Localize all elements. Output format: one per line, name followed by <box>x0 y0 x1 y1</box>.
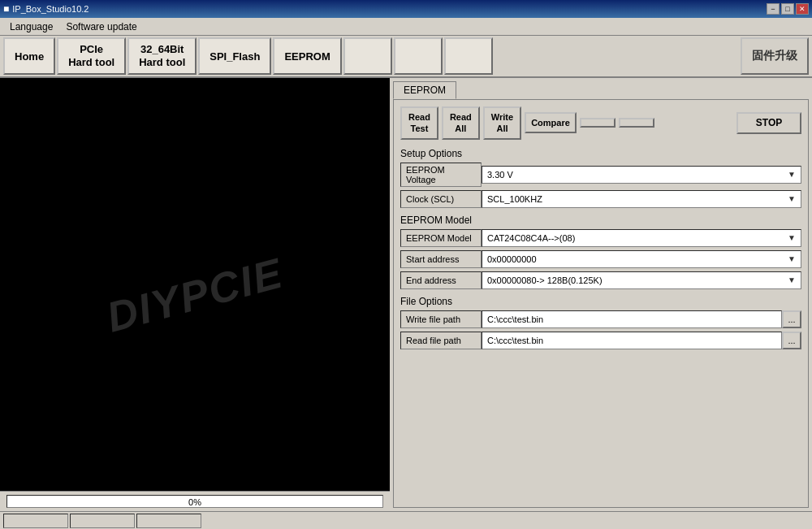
toolbar-32-64bit[interactable]: 32_64Bit Hard tool <box>127 37 197 75</box>
menu-software-update[interactable]: Software update <box>59 20 143 34</box>
progress-bar-container: 0% <box>6 495 383 508</box>
status-segment-1 <box>3 514 68 528</box>
toolbar-empty1 <box>343 37 392 75</box>
write-browse-button[interactable]: ... <box>782 310 801 328</box>
status-segment-2 <box>70 514 135 528</box>
read-file-path-row: Read file path ... <box>400 332 801 349</box>
eeprom-model-label: EEPROM Model <box>400 215 801 226</box>
end-address-value[interactable]: 0x00000080-> 128B(0.125K) ▼ <box>482 271 801 289</box>
stop-button[interactable]: STOP <box>736 112 801 135</box>
toolbar-spi-flash[interactable]: SPI_Flash <box>198 37 271 75</box>
empty-btn2 <box>619 118 654 128</box>
end-address-arrow: ▼ <box>788 275 796 284</box>
watermark: DIYPCIE <box>102 248 288 341</box>
tab-eeprom[interactable]: EEPROM <box>393 81 456 99</box>
eeprom-voltage-value[interactable]: 3.30 V ▼ <box>482 166 801 184</box>
read-browse-button[interactable]: ... <box>782 332 801 349</box>
left-panel: DIYPCIE 0% <box>0 78 390 511</box>
end-address-row: End address 0x00000080-> 128B(0.125K) ▼ <box>400 271 801 289</box>
window-controls: − □ ✕ <box>767 3 809 15</box>
read-file-path-label: Read file path <box>400 332 482 349</box>
action-buttons: Read Test Read All Write All Compare STO… <box>400 106 801 140</box>
menu-bar: Language Software update <box>0 18 812 36</box>
clock-scl-arrow: ▼ <box>788 194 796 203</box>
status-bar <box>0 511 812 529</box>
menu-language[interactable]: Language <box>3 20 59 34</box>
start-address-arrow: ▼ <box>788 254 796 263</box>
eeprom-model-arrow: ▼ <box>788 233 796 242</box>
read-file-path-input[interactable] <box>482 332 782 349</box>
toolbar-eeprom[interactable]: EEPROM <box>273 37 341 75</box>
close-button[interactable]: ✕ <box>796 3 809 15</box>
eeprom-voltage-label: EEPROM Voltage <box>400 163 482 187</box>
app-icon: ■ <box>3 3 9 15</box>
toolbar-empty3 <box>444 37 493 75</box>
start-address-label: Start address <box>400 250 482 268</box>
empty-btn1 <box>580 118 615 128</box>
toolbar-pcie[interactable]: PCIe Hard tool <box>57 37 126 75</box>
start-address-row: Start address 0x00000000 ▼ <box>400 250 801 268</box>
read-test-button[interactable]: Read Test <box>400 106 438 140</box>
write-file-path-input[interactable] <box>482 310 782 328</box>
eeprom-model-row: EEPROM Model CAT24C08C4A-->(08) ▼ <box>400 229 801 247</box>
status-segment-3 <box>136 514 201 528</box>
read-all-button[interactable]: Read All <box>442 106 480 140</box>
progress-label: 0% <box>7 496 382 509</box>
write-file-path-label: Write file path <box>400 310 482 328</box>
end-address-label: End address <box>400 271 482 289</box>
write-file-path-row: Write file path ... <box>400 310 801 328</box>
clock-scl-label: Clock (SCL) <box>400 190 482 208</box>
progress-area: 0% <box>0 491 390 511</box>
file-options-label: File Options <box>400 296 801 307</box>
toolbar-home[interactable]: Home <box>3 37 55 75</box>
title-bar: ■ IP_Box_Studio10.2 − □ ✕ <box>0 0 812 18</box>
right-panel: EEPROM Read Test Read All Write All Comp… <box>390 78 812 511</box>
toolbar-firmware[interactable]: 固件升级 <box>741 37 809 75</box>
app-title: IP_Box_Studio10.2 <box>12 4 89 14</box>
toolbar-empty2 <box>394 37 443 75</box>
compare-button[interactable]: Compare <box>525 112 577 133</box>
minimize-button[interactable]: − <box>767 3 780 15</box>
start-address-value[interactable]: 0x00000000 ▼ <box>482 250 801 268</box>
maximize-button[interactable]: □ <box>781 3 794 15</box>
title-left: ■ IP_Box_Studio10.2 <box>3 3 89 15</box>
eeprom-model-value[interactable]: CAT24C08C4A-->(08) ▼ <box>482 229 801 247</box>
clock-scl-value[interactable]: SCL_100KHZ ▼ <box>482 190 801 208</box>
tab-bar: EEPROM <box>393 81 809 99</box>
write-all-button[interactable]: Write All <box>483 106 521 140</box>
eeprom-voltage-arrow: ▼ <box>788 170 796 179</box>
eeprom-content: Read Test Read All Write All Compare STO… <box>393 99 809 508</box>
clock-scl-row: Clock (SCL) SCL_100KHZ ▼ <box>400 190 801 208</box>
toolbar: Home PCIe Hard tool 32_64Bit Hard tool S… <box>0 36 812 78</box>
main-content: DIYPCIE 0% EEPROM Read Test Read All Wri… <box>0 78 812 511</box>
eeprom-voltage-row: EEPROM Voltage 3.30 V ▼ <box>400 163 801 187</box>
eeprom-model-label-field: EEPROM Model <box>400 229 482 247</box>
setup-options-label: Setup Options <box>400 148 801 159</box>
